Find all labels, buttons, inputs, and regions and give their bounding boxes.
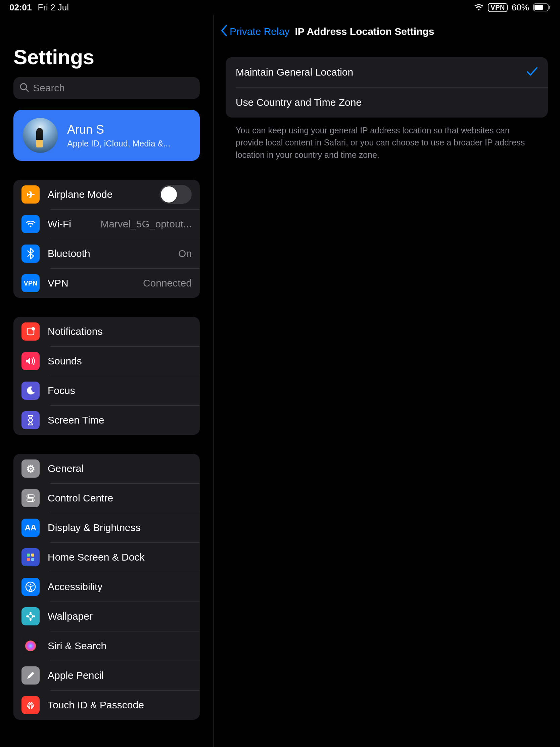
settings-sidebar: Settings Arun S Apple ID, iCloud, Media … bbox=[0, 15, 214, 747]
ip-location-options: Maintain General Location Use Country an… bbox=[225, 57, 548, 118]
sidebar-item-homescreen[interactable]: Home Screen & Dock bbox=[14, 542, 200, 572]
focus-label: Focus bbox=[48, 385, 192, 396]
bluetooth-value: On bbox=[178, 248, 192, 259]
sidebar-item-control[interactable]: Control Centre bbox=[14, 483, 200, 513]
sounds-icon bbox=[22, 352, 39, 370]
sidebar-item-notifications[interactable]: Notifications bbox=[14, 317, 200, 346]
touchid-label: Touch ID & Passcode bbox=[48, 699, 192, 711]
sidebar-item-airplane[interactable]: ✈ Airplane Mode bbox=[14, 180, 200, 209]
avatar bbox=[23, 118, 58, 153]
back-button[interactable]: Private Relay bbox=[220, 25, 289, 39]
option-country-timezone[interactable]: Use Country and Time Zone bbox=[225, 87, 548, 118]
siri-label: Siri & Search bbox=[48, 640, 192, 652]
svg-point-20 bbox=[30, 619, 31, 621]
svg-rect-2 bbox=[549, 6, 550, 9]
sidebar-item-siri[interactable]: Siri & Search bbox=[14, 631, 200, 661]
detail-title: IP Address Location Settings bbox=[295, 26, 434, 37]
connectivity-group: ✈ Airplane Mode Wi-Fi Marvel_5G_optout..… bbox=[14, 180, 200, 298]
detail-pane: Private Relay IP Address Location Settin… bbox=[214, 15, 560, 747]
screentime-icon bbox=[22, 411, 39, 429]
battery-percentage: 60% bbox=[512, 2, 529, 13]
notifications-icon bbox=[22, 323, 39, 341]
touchid-icon bbox=[22, 696, 39, 714]
homescreen-label: Home Screen & Dock bbox=[48, 551, 192, 563]
vpn-value: Connected bbox=[143, 278, 192, 289]
wifi-label: Wi-Fi bbox=[48, 218, 92, 230]
profile-name: Arun S bbox=[67, 123, 170, 137]
sidebar-item-display[interactable]: AA Display & Brightness bbox=[14, 513, 200, 542]
display-icon: AA bbox=[22, 519, 39, 537]
svg-rect-11 bbox=[27, 553, 30, 557]
option-maintain-general-location[interactable]: Maintain General Location bbox=[225, 57, 548, 87]
svg-rect-12 bbox=[31, 553, 34, 557]
vpn-icon: VPN bbox=[22, 274, 39, 292]
profile-subtitle: Apple ID, iCloud, Media &... bbox=[67, 139, 170, 149]
search-input[interactable] bbox=[33, 82, 194, 94]
svg-point-22 bbox=[25, 641, 36, 651]
focus-icon bbox=[22, 382, 39, 400]
alerts-group: Notifications Sounds Focus Screen Time bbox=[14, 317, 200, 435]
pencil-label: Apple Pencil bbox=[48, 670, 192, 681]
svg-point-19 bbox=[33, 615, 35, 617]
status-time: 02:01 bbox=[9, 2, 32, 13]
gear-icon: ⚙ bbox=[22, 460, 39, 478]
sidebar-item-focus[interactable]: Focus bbox=[14, 376, 200, 405]
pencil-icon bbox=[22, 666, 39, 685]
wifi-value: Marvel_5G_optout... bbox=[100, 218, 192, 230]
display-label: Display & Brightness bbox=[48, 522, 192, 533]
svg-point-8 bbox=[28, 495, 30, 497]
options-footer-text: You can keep using your general IP addre… bbox=[225, 118, 548, 161]
homescreen-icon bbox=[22, 548, 39, 566]
screentime-label: Screen Time bbox=[48, 414, 192, 426]
airplane-toggle[interactable] bbox=[159, 185, 192, 204]
search-icon bbox=[20, 83, 29, 93]
airplane-label: Airplane Mode bbox=[48, 189, 152, 200]
sounds-label: Sounds bbox=[48, 355, 192, 367]
chevron-left-icon bbox=[220, 25, 228, 39]
vpn-label: VPN bbox=[48, 278, 135, 289]
status-bar: 02:01 Fri 2 Jul VPN 60% bbox=[0, 0, 560, 15]
checkmark-icon bbox=[527, 67, 538, 78]
svg-rect-1 bbox=[534, 5, 543, 10]
profile-card[interactable]: Arun S Apple ID, iCloud, Media &... bbox=[14, 110, 200, 161]
wallpaper-label: Wallpaper bbox=[48, 611, 192, 622]
option-country-label: Use Country and Time Zone bbox=[236, 97, 538, 108]
wifi-settings-icon bbox=[22, 215, 39, 233]
sidebar-item-accessibility[interactable]: Accessibility bbox=[14, 572, 200, 601]
page-title: Settings bbox=[14, 45, 200, 69]
sidebar-item-vpn[interactable]: VPN VPN Connected bbox=[14, 268, 200, 298]
sidebar-item-bluetooth[interactable]: Bluetooth On bbox=[14, 239, 200, 268]
siri-icon bbox=[22, 637, 39, 655]
bluetooth-icon bbox=[22, 244, 39, 263]
sidebar-item-pencil[interactable]: Apple Pencil bbox=[14, 661, 200, 690]
svg-point-21 bbox=[26, 615, 28, 617]
wifi-icon bbox=[474, 4, 484, 11]
back-label: Private Relay bbox=[230, 26, 289, 37]
svg-rect-13 bbox=[27, 558, 30, 561]
svg-point-17 bbox=[29, 614, 32, 618]
svg-line-4 bbox=[26, 89, 28, 92]
accessibility-label: Accessibility bbox=[48, 581, 192, 592]
wallpaper-icon bbox=[22, 607, 39, 625]
airplane-icon: ✈ bbox=[22, 185, 39, 204]
notifications-label: Notifications bbox=[48, 326, 192, 337]
sidebar-item-screentime[interactable]: Screen Time bbox=[14, 405, 200, 435]
vpn-badge: VPN bbox=[488, 3, 508, 12]
search-field[interactable] bbox=[14, 77, 200, 99]
system-group: ⚙ General Control Centre AA Display & Br… bbox=[14, 454, 200, 720]
general-label: General bbox=[48, 463, 192, 474]
option-maintain-label: Maintain General Location bbox=[236, 67, 527, 78]
svg-point-10 bbox=[32, 499, 33, 501]
accessibility-icon bbox=[22, 578, 39, 596]
sidebar-item-touchid[interactable]: Touch ID & Passcode bbox=[14, 690, 200, 720]
sidebar-item-wallpaper[interactable]: Wallpaper bbox=[14, 601, 200, 631]
svg-rect-14 bbox=[31, 558, 34, 561]
sidebar-item-general[interactable]: ⚙ General bbox=[14, 454, 200, 483]
svg-point-16 bbox=[30, 584, 31, 586]
control-centre-icon bbox=[22, 489, 39, 507]
bluetooth-label: Bluetooth bbox=[48, 248, 170, 259]
sidebar-item-sounds[interactable]: Sounds bbox=[14, 346, 200, 376]
svg-point-18 bbox=[30, 612, 31, 614]
sidebar-item-wifi[interactable]: Wi-Fi Marvel_5G_optout... bbox=[14, 209, 200, 239]
status-date: Fri 2 Jul bbox=[38, 2, 69, 13]
